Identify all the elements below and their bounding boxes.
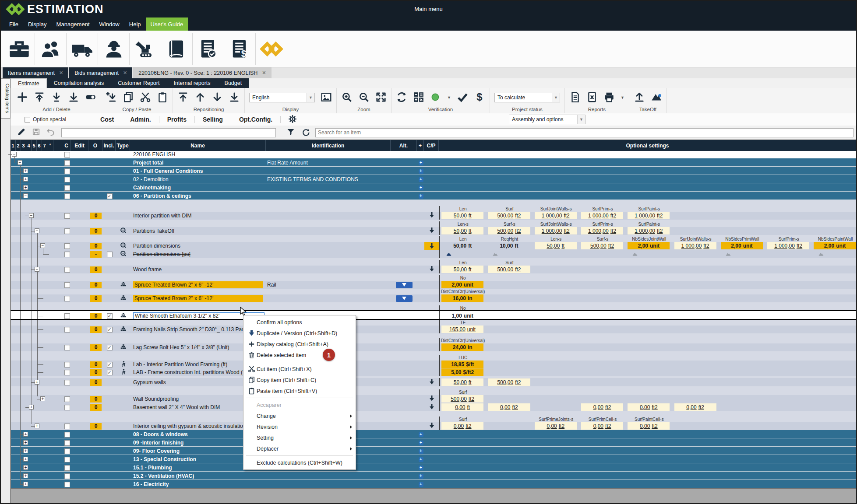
row-checkbox[interactable]	[64, 380, 70, 385]
ribbon-paste-icon[interactable]	[157, 91, 168, 104]
setting-value[interactable]: 500,00ft2	[488, 227, 530, 234]
copy-paste-button[interactable]	[429, 404, 434, 411]
option-badge[interactable]: 0	[90, 369, 102, 376]
option-badge[interactable]: 0	[90, 266, 102, 273]
option-badge[interactable]: 0	[90, 396, 102, 402]
table-row[interactable]: +0Interior ceiling with gypsum & acousti…	[11, 416, 856, 430]
table-row[interactable]: 0✓Lag Screw Bolt Hex 5" x 1/4" x 3/8" (U…	[11, 338, 856, 351]
setting-value[interactable]: 1 000,00ft2	[581, 212, 623, 219]
menu-item-copy-item-ctrl-shift-c[interactable]: Copy item (Ctrl+Shift+C)	[243, 374, 356, 385]
item-name[interactable]: Partition dimensions [ps]	[133, 251, 190, 257]
ribbon-move-top-icon[interactable]	[177, 91, 189, 104]
tree-expand-icon[interactable]: +	[35, 424, 39, 428]
copy-paste-button[interactable]	[429, 212, 434, 219]
option-special-checkbox[interactable]	[25, 117, 30, 122]
header-col-6[interactable]: 6	[37, 140, 42, 151]
setting-value[interactable]: 1 000,00ft2	[767, 242, 809, 249]
menu-management[interactable]: Management	[52, 18, 95, 31]
ribbon-report-doc-icon[interactable]	[569, 91, 581, 104]
setting-value[interactable]: 50,00ft	[441, 227, 483, 234]
table-row[interactable]: +15.2 - Ventilation (HVAC)+	[11, 472, 856, 480]
ribbon-move-down-icon[interactable]	[212, 91, 223, 104]
ribbon-add-icon[interactable]	[17, 91, 28, 104]
header-col-4[interactable]: 4	[26, 140, 32, 151]
close-icon[interactable]: ✕	[123, 70, 127, 76]
tree-expand-icon[interactable]: +	[23, 465, 28, 470]
include-checkbox[interactable]: ✓	[107, 345, 113, 350]
setting-value[interactable]: 2,00unit	[441, 281, 483, 288]
setting-value[interactable]: 1 000,00ft2	[674, 242, 716, 249]
item-name[interactable]: 15.2 - Ventilation (HVAC)	[133, 473, 194, 479]
chevron-down-icon[interactable]: ▼	[447, 95, 451, 100]
option-badge[interactable]: 0	[90, 379, 102, 386]
option-badge[interactable]: 0	[90, 326, 102, 333]
header-col-type[interactable]: Type	[116, 140, 130, 151]
menu-item-display-catalog-ctrl-shift-a[interactable]: Display catalog (Ctrl+Shift+A)	[243, 339, 356, 350]
expand-options-button[interactable]: +	[419, 449, 423, 454]
toolbar-link-selling[interactable]: Selling	[195, 116, 231, 123]
tab-estimate[interactable]: Estimate	[11, 78, 47, 88]
option-badge[interactable]: 0	[90, 361, 102, 368]
item-name[interactable]: Lab - Interior Partition Wood Framing (f…	[133, 361, 227, 368]
tree-expand-icon[interactable]: +	[40, 396, 45, 401]
setting-value[interactable]: 50,00ft	[535, 242, 577, 249]
tree-expand-icon[interactable]: +	[23, 457, 28, 462]
row-checkbox[interactable]	[64, 228, 70, 234]
header-col-o[interactable]: O	[88, 140, 102, 151]
row-checkbox[interactable]	[64, 313, 70, 319]
item-name[interactable]: 06 - Partition & ceilings	[133, 193, 191, 199]
refresh-search-icon[interactable]	[301, 128, 310, 138]
item-name[interactable]: Wall Soundproofing	[133, 396, 179, 402]
toolbar-report-dollar-icon[interactable]: $	[224, 33, 256, 65]
close-icon[interactable]: ✕	[59, 70, 63, 76]
tree-expand-icon[interactable]: +	[23, 168, 28, 173]
include-checkbox[interactable]	[107, 252, 113, 257]
table-row[interactable]: +09- Floor Covering+	[11, 447, 856, 455]
table-row[interactable]: 0Spruce Treated Brown 2" x 6" -12'DistCt…	[11, 289, 856, 302]
chevron-down-icon[interactable]: ▼	[307, 93, 314, 102]
ribbon-insert-bottom-icon[interactable]	[68, 91, 79, 104]
alternative-button[interactable]	[396, 295, 413, 302]
table-row[interactable]: +0Gypsum walls50,00ft500,00ft2	[11, 378, 856, 386]
header-col-7[interactable]: 7	[42, 140, 47, 151]
item-name[interactable]: LAB - Frame construction Int. partitions…	[133, 369, 248, 375]
row-checkbox[interactable]	[64, 177, 70, 182]
table-row[interactable]: −✓06 - Partition & ceilings+	[11, 192, 856, 200]
ribbon-zoom-in-icon[interactable]	[341, 91, 353, 104]
tree-expand-icon[interactable]: +	[23, 177, 28, 182]
option-badge[interactable]: -	[90, 251, 102, 258]
table-row[interactable]: +0Basement wall 2" X 4" Wool with DIM0,0…	[11, 403, 856, 411]
menu-item-duplicate-version-ctrl-shift-d[interactable]: Duplicate / Version (Ctrl+Shift+D)	[243, 328, 356, 339]
alternative-button[interactable]	[396, 282, 413, 288]
row-checkbox[interactable]	[64, 345, 70, 350]
ribbon-takeoff-import-icon[interactable]	[634, 91, 645, 104]
ribbon-status-indicator-icon[interactable]	[430, 91, 441, 104]
ribbon-report-excel-icon[interactable]	[586, 91, 598, 104]
expand-options-button[interactable]: +	[419, 194, 423, 199]
table-row[interactable]: +01 - Full General Conditions+	[11, 167, 856, 175]
item-name[interactable]: 01 - Full General Conditions	[133, 168, 203, 174]
toolbar-worker-icon[interactable]	[98, 33, 130, 65]
header-col-5[interactable]: 5	[32, 140, 37, 151]
copy-paste-button[interactable]	[429, 266, 434, 273]
ribbon-select[interactable]: English▼	[249, 93, 315, 102]
tree-collapse-icon[interactable]: −	[29, 213, 34, 218]
takeoff-link-icon[interactable]	[725, 251, 731, 257]
settings-gear-icon[interactable]	[281, 114, 304, 125]
row-checkbox[interactable]	[64, 252, 70, 257]
header-col-name[interactable]: Name	[130, 140, 266, 151]
table-row[interactable]: 0✓Lab - Interior Partition Wood Framing …	[11, 355, 856, 368]
setting-value[interactable]: 0,00ft2	[488, 403, 530, 411]
item-name[interactable]: 09- Floor Covering	[133, 448, 180, 454]
ribbon-image-icon[interactable]	[321, 91, 332, 104]
table-row[interactable]: −0Partitions TakeOffLen-sSurf-sSurfJoint…	[11, 221, 856, 235]
ribbon-copy-icon[interactable]	[123, 91, 134, 104]
option-badge[interactable]: 0	[90, 213, 102, 219]
table-row[interactable]: +02 - DemolitionEXISTING TERMS AND CONDI…	[11, 175, 856, 183]
tab-customer-report[interactable]: Customer Report	[111, 78, 166, 88]
row-checkbox[interactable]	[64, 193, 70, 199]
item-name[interactable]: Project total	[133, 160, 163, 166]
setting-value[interactable]: 1 000,00ft2	[535, 212, 577, 219]
setting-value[interactable]: 0,00ft2	[441, 422, 483, 430]
tree-expand-icon[interactable]: +	[23, 185, 28, 190]
